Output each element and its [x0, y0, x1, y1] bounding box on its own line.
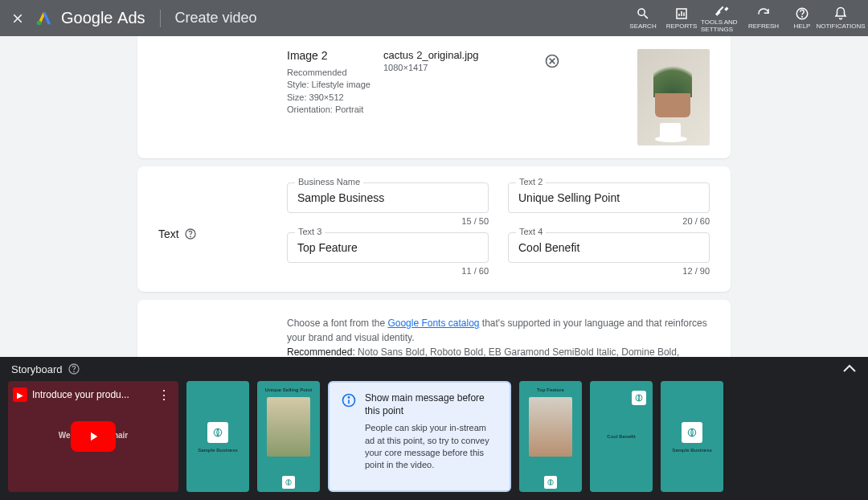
svg-point-6 [802, 16, 803, 17]
storyboard-panel: Storyboard ▶ Introduce your produ... ⋮ ⠀… [0, 357, 868, 500]
business-name-field-wrap: Business Name 15 / 50 [287, 182, 489, 226]
image-file-info: cactus 2_original.jpg 1080×1417 [383, 49, 637, 72]
tools-settings-button[interactable]: TOOLS AND SETTINGS [701, 3, 744, 34]
video-preview[interactable]: ▶ Introduce your produ... ⋮ ⠀⠀⠀⠀⠀ We off… [8, 381, 178, 492]
text2-field-wrap: Text 2 20 / 60 [508, 182, 710, 226]
frame-label: Unique Selling Point [262, 386, 315, 394]
info-icon [341, 392, 357, 408]
youtube-icon: ▶ [13, 387, 27, 402]
storyboard-label: Storyboard [11, 363, 63, 375]
image-thumbnail[interactable] [637, 49, 710, 145]
svg-point-15 [73, 371, 74, 372]
more-icon[interactable]: ⋮ [154, 387, 174, 403]
logo-placeholder-icon [632, 391, 646, 405]
image-metadata: Image 2 Recommended Style: Lifestyle ima… [287, 49, 383, 117]
text-card: Text Business Name 15 / 50 Text 2 20 / 6… [137, 166, 731, 292]
storyboard-info-card: Show main message before this point Peop… [328, 381, 511, 492]
remove-image-button[interactable] [543, 52, 561, 70]
font-description: Choose a font from the Google Fonts cata… [287, 316, 710, 357]
storyboard-frame-2[interactable]: Unique Selling Point [257, 381, 320, 492]
storyboard-frame-5[interactable]: Sample Business [661, 381, 723, 492]
text2-input[interactable] [508, 182, 710, 213]
close-button[interactable] [8, 9, 27, 28]
file-name: cactus 2_original.jpg [383, 49, 479, 61]
text3-input[interactable] [287, 232, 489, 263]
info-title: Show main message before this point [365, 392, 498, 417]
logo-placeholder-icon [282, 476, 295, 489]
business-name-input[interactable] [287, 182, 489, 213]
field-label: Business Name [295, 177, 363, 186]
google-fonts-link[interactable]: Google Fonts catalog [387, 318, 479, 329]
image-card: Image 2 Recommended Style: Lifestyle ima… [137, 36, 731, 158]
char-counter: 15 / 50 [287, 216, 489, 226]
text4-field-wrap: Text 4 12 / 90 [508, 232, 710, 276]
field-label: Text 4 [516, 227, 546, 236]
svg-point-0 [37, 20, 42, 25]
font-section-label: Font [158, 316, 287, 357]
topbar-actions: SEARCH REPORTS TOOLS AND SETTINGS REFRES… [624, 3, 860, 34]
storyboard-strip: ▶ Introduce your produ... ⋮ ⠀⠀⠀⠀⠀ We off… [0, 381, 868, 500]
collapse-button[interactable] [842, 363, 857, 375]
field-label: Text 2 [516, 177, 546, 186]
notifications-button[interactable]: NOTIFICATIONS [821, 3, 860, 34]
char-counter: 20 / 60 [508, 216, 710, 226]
char-counter: 12 / 90 [508, 266, 710, 276]
text-section-label: Text [158, 182, 287, 276]
frame-label: Sample Business [194, 446, 241, 454]
top-bar: Google Ads Create video SEARCH REPORTS T… [0, 0, 868, 36]
help-icon[interactable] [184, 227, 197, 240]
image-slot-title: Image 2 [287, 49, 383, 62]
font-card: Font Choose a font from the Google Fonts… [137, 300, 731, 357]
text3-field-wrap: Text 3 11 / 60 [287, 232, 489, 276]
logo-placeholder-icon [682, 422, 702, 443]
file-dimensions: 1080×1417 [383, 63, 479, 72]
frame-image-placeholder [267, 397, 310, 457]
logo-placeholder-icon [544, 476, 557, 489]
frame-label: Top Feature [534, 386, 567, 394]
google-ads-logo: Google Ads [35, 9, 145, 27]
text4-input[interactable] [508, 232, 710, 263]
svg-point-11 [190, 236, 190, 237]
image-recommendations: Recommended Style: Lifestyle image Size:… [287, 67, 383, 117]
main-content: Image 2 Recommended Style: Lifestyle ima… [0, 36, 868, 357]
logo-placeholder-icon [207, 422, 228, 443]
preview-video-title: Introduce your produ... [32, 389, 149, 400]
search-button[interactable]: SEARCH [624, 3, 662, 34]
frame-image-placeholder [529, 397, 572, 457]
page-title: Create video [175, 10, 257, 27]
product-name: Google Ads [61, 9, 145, 27]
info-body: People can skip your in-stream ad at thi… [365, 422, 498, 472]
frame-label: Cool Benefit [604, 432, 638, 441]
topbar-divider [160, 10, 161, 27]
storyboard-frame-1[interactable]: Sample Business [186, 381, 249, 492]
storyboard-frame-4[interactable]: Cool Benefit [590, 381, 653, 492]
play-button[interactable] [71, 421, 116, 452]
char-counter: 11 / 60 [287, 266, 489, 276]
help-icon[interactable] [68, 363, 80, 375]
frame-label: Sample Business [669, 446, 715, 454]
field-label: Text 3 [295, 227, 325, 236]
refresh-button[interactable]: REFRESH [744, 3, 783, 34]
storyboard-frame-3[interactable]: Top Feature [519, 381, 582, 492]
reports-button[interactable]: REPORTS [662, 3, 701, 34]
storyboard-header: Storyboard [0, 357, 868, 381]
svg-point-20 [348, 397, 349, 398]
